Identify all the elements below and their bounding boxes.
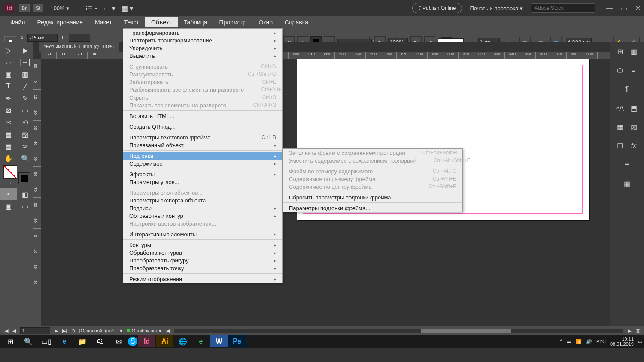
effects-panel-icon[interactable]: fx	[627, 139, 640, 152]
content-collector-icon[interactable]: ▣	[0, 68, 17, 80]
menu-item-qr-code[interactable]: Создать QR-код...	[123, 123, 282, 130]
start-button[interactable]: ⊞	[2, 335, 19, 347]
grid-mode-icon[interactable]: ▦ ▾	[122, 4, 133, 12]
frame-mode-icon[interactable]: ▭ ▾	[103, 4, 115, 12]
menu-item-arrange[interactable]: Упорядочить	[123, 44, 282, 52]
content-placer-icon[interactable]: ▥	[17, 68, 33, 80]
menu-item-content[interactable]: Содержимое	[123, 160, 282, 167]
selection-tool-icon[interactable]: ▷	[0, 44, 17, 56]
menu-window[interactable]: Окно	[252, 17, 279, 27]
menu-edit[interactable]: Редактирование	[31, 17, 89, 27]
scroll-right-icon[interactable]: ▶	[628, 328, 631, 334]
free-transform-tool-icon[interactable]: ⟲	[17, 116, 33, 128]
menu-item-anchored-object[interactable]: Привязанный объект	[123, 141, 282, 149]
apply-gradient-icon[interactable]: ◧	[17, 188, 33, 200]
prev-page-icon[interactable]: ◀	[12, 328, 16, 334]
type-tool-icon[interactable]: T	[0, 80, 17, 92]
swatches-panel-icon[interactable]: ▦	[614, 121, 626, 133]
x-input[interactable]	[27, 34, 58, 42]
preview-mode-icon[interactable]: ▭	[17, 200, 33, 212]
menu-text[interactable]: Текст	[118, 17, 145, 27]
skype-icon[interactable]: S	[128, 337, 137, 346]
last-page-icon[interactable]: ▶|	[62, 328, 67, 334]
layers-panel-icon[interactable]: ≡	[627, 64, 640, 77]
clock[interactable]: 19:11 08.01.2019	[610, 336, 634, 347]
menu-item-effects[interactable]: Эффекты	[123, 170, 282, 178]
edge2-icon[interactable]: e	[192, 335, 210, 347]
notifications-icon[interactable]: ▭	[638, 339, 642, 344]
note-tool-icon[interactable]: ▤	[0, 140, 17, 152]
gap-tool-icon[interactable]: |↔|	[17, 56, 33, 68]
scissors-tool-icon[interactable]: ✂	[0, 116, 17, 128]
minimize-icon[interactable]: —	[606, 4, 613, 12]
checkerboard-icon[interactable]: ▨	[627, 121, 640, 133]
preset-dropdown[interactable]: [Основной] (раб... ▾	[79, 328, 122, 334]
color-panel-icon[interactable]: ▦	[620, 177, 633, 190]
language-indicator[interactable]: РУС	[596, 339, 606, 344]
page-number-input[interactable]	[20, 327, 50, 334]
menu-item-fitting[interactable]: Подгонка	[123, 152, 282, 160]
explorer-icon[interactable]: 📁	[74, 335, 91, 347]
normal-mode-icon[interactable]: ▣	[0, 200, 17, 212]
menu-item-pathfinder[interactable]: Обработка контуров	[123, 249, 282, 256]
align-panel-icon[interactable]: ≡	[620, 158, 633, 171]
chrome-icon[interactable]: 🌐	[174, 335, 191, 347]
paragraph-panel-icon[interactable]: ¶	[620, 83, 633, 96]
photoshop-taskbar-icon[interactable]: Ps	[228, 335, 246, 347]
line-tool-icon[interactable]: ╱	[17, 80, 33, 92]
menu-file[interactable]: Файл	[4, 17, 31, 27]
menu-item-convert-point[interactable]: Преобразовать точку	[123, 264, 282, 272]
rectangle-frame-tool-icon[interactable]: ⊠	[0, 104, 17, 116]
paragraph-icon[interactable]: ⫶≡ ▾	[85, 4, 97, 12]
tray-chevron-icon[interactable]: ˄	[560, 339, 562, 344]
menu-item-export-options[interactable]: Параметры экспорта объекта...	[123, 196, 282, 204]
page-tool-icon[interactable]: ▱	[0, 56, 17, 68]
menu-help[interactable]: Справка	[279, 17, 314, 27]
menu-item-select[interactable]: Выделить	[123, 52, 282, 60]
menu-object[interactable]: Объект	[145, 17, 178, 27]
hand-tool-icon[interactable]: ✋	[0, 152, 17, 164]
eyedropper-tool-icon[interactable]: ✑	[17, 140, 33, 152]
submenu-clear-fitting[interactable]: Сбросить параметры подгонки фрейма	[283, 193, 462, 201]
volume-icon[interactable]: 🔊	[586, 339, 592, 344]
cc-libraries-icon[interactable]: ⊞	[614, 45, 626, 58]
pencil-tool-icon[interactable]: ✎	[17, 92, 33, 104]
publish-online-button[interactable]: ⤴ Publish Online	[412, 3, 462, 13]
menu-item-text-frame-options[interactable]: Параметры текстового фрейма...Ctrl+B	[123, 133, 282, 141]
story-panel-icon[interactable]: ⬒	[627, 102, 640, 115]
gradient-tool-icon[interactable]: ▦	[0, 128, 17, 140]
store-icon[interactable]: 🛍	[92, 335, 109, 347]
fill-stroke-swatch[interactable]	[0, 164, 33, 185]
workspace-dropdown[interactable]: Печать и проверка ▾	[470, 5, 523, 12]
direct-selection-tool-icon[interactable]: ▶	[17, 44, 33, 56]
menu-item-paths[interactable]: Контуры	[123, 241, 282, 249]
search-icon[interactable]: 🔍	[20, 335, 37, 347]
preflight-status[interactable]: Ошибок нет ▾	[127, 328, 162, 334]
battery-icon[interactable]: ▬	[567, 339, 571, 344]
menu-item-repeat-transform[interactable]: Повторить трансформирование	[123, 36, 282, 44]
zoom-tool-icon[interactable]: 🔍	[17, 152, 33, 164]
indesign-taskbar-icon[interactable]: Id	[138, 335, 155, 347]
first-page-icon[interactable]: |◀	[3, 328, 8, 334]
w-input[interactable]	[69, 34, 90, 42]
links-panel-icon[interactable]: ⬡	[614, 64, 626, 77]
stroke-panel-icon[interactable]: ☐	[614, 139, 626, 152]
menu-view[interactable]: Просмотр	[213, 17, 253, 27]
illustrator-taskbar-icon[interactable]: Ai	[156, 335, 173, 347]
menu-item-convert-shape[interactable]: Преобразовать фигуру	[123, 256, 282, 264]
apply-color-icon[interactable]: ▪	[0, 188, 17, 200]
maximize-icon[interactable]: ▭	[621, 4, 627, 12]
menu-item-corner-options[interactable]: Параметры углов...	[123, 178, 282, 186]
pages-panel-icon[interactable]: ▥	[627, 45, 640, 58]
menu-item-display-performance[interactable]: Режим отображения	[123, 275, 282, 283]
wifi-icon[interactable]: 📶	[576, 339, 582, 344]
menu-item-interactive[interactable]: Интерактивные элементы	[123, 230, 282, 238]
word-icon[interactable]: W	[210, 335, 228, 347]
task-view-icon[interactable]: ▭▯	[38, 335, 55, 347]
menu-item-clipping-path[interactable]: Обтравочный контур	[123, 212, 282, 220]
gradient-feather-tool-icon[interactable]: ▨	[17, 128, 33, 140]
document-tab[interactable]: *Безымянный-1.indd @ 100%	[39, 42, 119, 52]
glyphs-panel-icon[interactable]: ᴬA	[614, 102, 626, 115]
close-icon[interactable]: ✕	[635, 4, 641, 12]
menu-item-insert-html[interactable]: Вставить HTML...	[123, 112, 282, 120]
